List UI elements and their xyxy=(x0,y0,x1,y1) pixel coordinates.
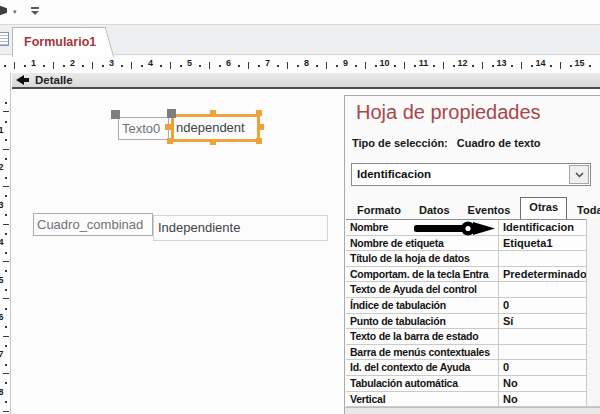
section-header-detalle[interactable]: Detalle xyxy=(12,73,600,89)
ruler-tick xyxy=(219,65,221,67)
ruler-tick xyxy=(170,62,171,69)
property-row[interactable]: Índice de tabulación 0 xyxy=(346,298,600,314)
ruler-number: 5 xyxy=(187,58,192,68)
property-row[interactable]: Tabulación automática No xyxy=(346,376,600,392)
move-handle[interactable] xyxy=(111,110,120,119)
property-label: Nombre de etiqueta xyxy=(346,236,499,251)
property-grid: Nombre Identificacion Nombre de etiqueta… xyxy=(346,219,600,407)
ruler-tick xyxy=(531,65,533,67)
resize-handle[interactable] xyxy=(167,138,173,144)
property-row[interactable]: Nombre de etiqueta Etiqueta1 xyxy=(346,236,600,252)
property-sheet-panel: Hoja de propiedades Tipo de selección:Cu… xyxy=(344,95,600,414)
panel-bottom-strip xyxy=(345,407,600,414)
ruler-tick xyxy=(5,289,7,291)
property-value[interactable]: Identificacion xyxy=(499,220,599,235)
property-value[interactable]: Etiqueta1 xyxy=(499,236,599,251)
property-value[interactable] xyxy=(499,345,599,360)
resize-handle[interactable] xyxy=(258,124,264,130)
tab-formulario1[interactable]: Formulario1 xyxy=(12,27,100,57)
ruler-number: 6 xyxy=(226,58,231,68)
property-value[interactable]: Predeterminado xyxy=(499,267,599,282)
ruler-tick xyxy=(375,65,377,67)
property-label: Texto de Ayuda del control xyxy=(346,282,499,297)
combobox-text: Independiente xyxy=(158,220,240,235)
ruler-tick xyxy=(248,62,249,69)
property-row[interactable]: Comportam. de la tecla Entra Predetermin… xyxy=(346,267,600,283)
ruler-tick xyxy=(5,364,7,366)
ruler-number: 7 xyxy=(0,349,4,359)
ruler-tick xyxy=(414,65,416,67)
undo-icon[interactable] xyxy=(0,5,7,16)
property-value[interactable]: 0 xyxy=(499,298,599,313)
resize-handle[interactable] xyxy=(165,124,171,130)
property-value[interactable] xyxy=(499,329,599,344)
ruler-tick xyxy=(5,401,7,403)
object-selector-dropdown[interactable]: Identificacion xyxy=(351,163,591,186)
property-value[interactable]: Sí xyxy=(499,314,599,329)
ruler-tick xyxy=(326,62,327,69)
ruler-number: 8 xyxy=(304,58,309,68)
property-tab-eventos[interactable]: Eventos xyxy=(460,201,519,219)
property-row[interactable]: Vertical No xyxy=(346,392,600,408)
ruler-tick xyxy=(160,65,162,67)
dropdown-chevron-icon[interactable] xyxy=(569,165,589,184)
label-text: Texto0 xyxy=(122,121,160,136)
textbox-control-selected[interactable]: ndependent xyxy=(171,114,260,142)
ruler-tick xyxy=(3,149,9,150)
ruler-tick xyxy=(482,62,483,69)
resize-handle[interactable] xyxy=(256,138,262,144)
resize-handle[interactable] xyxy=(210,139,216,145)
property-label: Comportam. de la tecla Entra xyxy=(346,267,499,282)
ruler-tick xyxy=(394,65,396,67)
property-tab-datos[interactable]: Datos xyxy=(411,201,458,219)
ruler-tick xyxy=(511,65,513,67)
property-value[interactable]: No xyxy=(499,376,599,391)
ruler-tick xyxy=(3,336,9,337)
property-row[interactable]: Barra de menús contextuales xyxy=(346,345,600,361)
property-row[interactable]: Id. del contexto de Ayuda 0 xyxy=(346,360,600,376)
ruler-tick xyxy=(43,65,45,67)
label-control-cuadro-combinad[interactable]: Cuadro_combinad xyxy=(33,213,153,236)
property-row[interactable]: Punto de tabulación Sí xyxy=(346,314,600,330)
ruler-number: 2 xyxy=(0,162,4,172)
property-label: Título de la hoja de datos xyxy=(346,251,499,266)
combobox-control[interactable]: Independiente xyxy=(153,215,328,241)
ruler-tick xyxy=(453,65,455,67)
ruler-tick xyxy=(443,62,444,69)
label-control-texto0[interactable]: Texto0 xyxy=(118,117,169,140)
property-row[interactable]: Texto de la barra de estado xyxy=(346,329,600,345)
ruler-number: 3 xyxy=(109,58,114,68)
ruler-tick xyxy=(492,65,494,67)
ruler-tick xyxy=(550,65,552,67)
property-tab-formato[interactable]: Formato xyxy=(349,201,409,219)
section-label: Detalle xyxy=(35,73,73,87)
property-value[interactable] xyxy=(499,251,599,266)
property-value[interactable]: No xyxy=(499,392,599,407)
ruler-number: 1 xyxy=(0,125,4,135)
customize-toolbar-icon[interactable] xyxy=(31,7,40,15)
ruler-tick xyxy=(5,102,7,104)
form-icon xyxy=(0,32,9,46)
property-tab-otras[interactable]: Otras xyxy=(520,197,567,219)
property-tab-todas[interactable]: Todas xyxy=(569,201,600,219)
ruler-number: 4 xyxy=(0,237,4,247)
property-row[interactable]: Texto de Ayuda del control xyxy=(346,282,600,298)
ruler-number: 3 xyxy=(0,200,4,210)
ruler-tick xyxy=(404,62,405,69)
property-row[interactable]: Título de la hoja de datos xyxy=(346,251,600,267)
ruler-tick xyxy=(209,62,210,69)
move-handle[interactable] xyxy=(167,109,176,118)
resize-handle[interactable] xyxy=(210,110,216,116)
resize-handle[interactable] xyxy=(256,110,262,116)
scrollbar[interactable] xyxy=(586,219,600,406)
property-value[interactable] xyxy=(499,282,599,297)
ruler-tick xyxy=(82,65,84,67)
property-tabs: FormatoDatosEventosOtrasTodas xyxy=(349,195,600,219)
property-value[interactable]: 0 xyxy=(499,360,599,375)
tab-label: Formulario1 xyxy=(24,35,96,49)
ruler-tick xyxy=(5,345,7,347)
ruler-number: 6 xyxy=(0,312,4,322)
ruler-tick xyxy=(589,65,591,67)
chevron-down-icon[interactable]: ▾ xyxy=(13,7,17,17)
ruler-number: 14 xyxy=(535,58,545,68)
